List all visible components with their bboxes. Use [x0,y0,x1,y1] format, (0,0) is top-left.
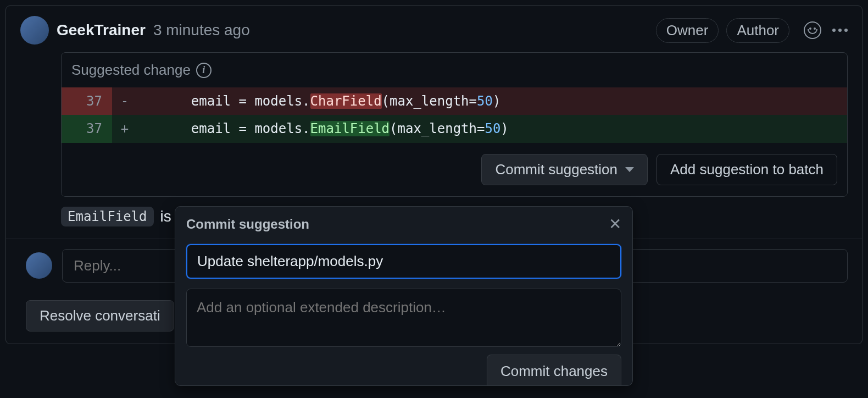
avatar[interactable] [26,252,52,279]
add-reaction-icon[interactable] [804,21,821,39]
timestamp[interactable]: 3 minutes ago [153,21,250,39]
info-icon[interactable]: i [196,63,212,78]
popover-header: Commit suggestion ✕ [175,207,632,236]
avatar[interactable] [20,16,49,45]
commit-description-textarea[interactable] [186,289,621,347]
diff-line-addition: 37 + email = models.EmailField(max_lengt… [62,115,847,142]
line-sign: + [112,115,137,142]
commit-suggestion-button[interactable]: Commit suggestion [481,154,648,185]
line-number: 37 [62,115,112,142]
author-badge: Author [726,18,789,43]
chevron-down-icon [625,167,634,172]
diff-line-deletion: 37 - email = models.CharField(max_length… [62,87,847,115]
line-number: 37 [62,87,112,115]
add-to-batch-button[interactable]: Add suggestion to batch [656,154,837,185]
popover-title: Commit suggestion [186,217,309,232]
kebab-menu-icon[interactable] [832,29,848,32]
suggestion-header: Suggested change i [62,53,847,87]
line-sign: - [112,87,137,115]
suggestion-actions: Commit suggestion Add suggestion to batc… [62,143,847,196]
comment-header: GeekTrainer 3 minutes ago Owner Author [6,6,862,52]
line-code: email = models.EmailField(max_length=50) [137,115,847,142]
resolve-conversation-button[interactable]: Resolve conversati [26,300,174,331]
code-chip: EmailField [61,207,154,226]
commit-suggestion-popover: Commit suggestion ✕ Commit changes [175,206,633,386]
owner-badge: Owner [656,18,719,43]
suggestion-header-label: Suggested change [71,62,191,79]
author-link[interactable]: GeekTrainer [57,21,146,39]
close-icon[interactable]: ✕ [609,217,621,232]
commit-changes-button[interactable]: Commit changes [487,355,621,385]
suggestion-block: Suggested change i 37 - email = models.C… [61,52,848,197]
commit-message-input[interactable] [186,244,621,279]
line-code: email = models.CharField(max_length=50) [137,87,847,115]
